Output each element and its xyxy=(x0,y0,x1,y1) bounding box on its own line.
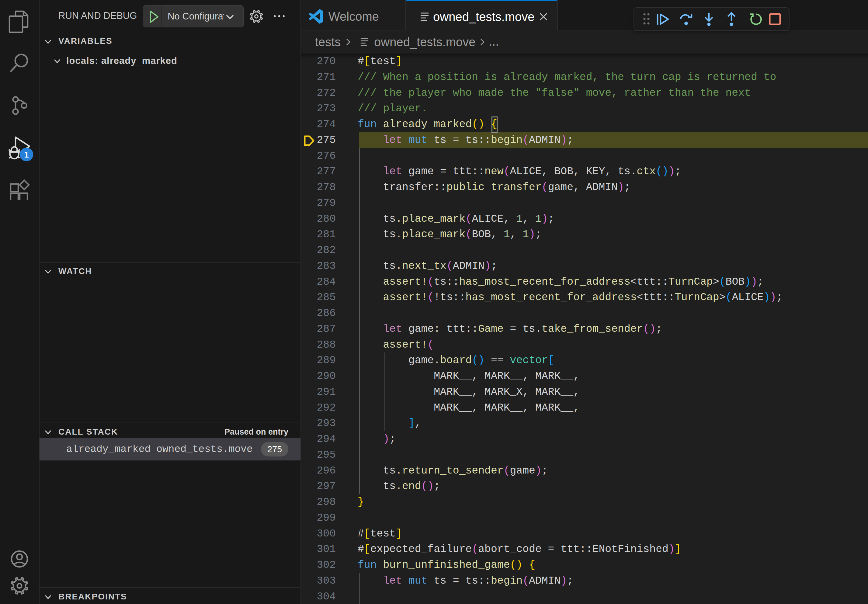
svg-text:1: 1 xyxy=(24,150,29,160)
